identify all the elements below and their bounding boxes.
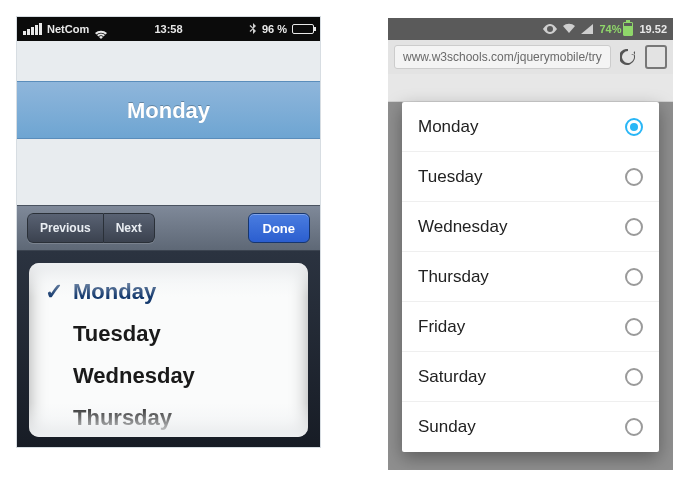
picker-item-selected[interactable]: ✓Monday — [45, 271, 292, 313]
battery-icon — [623, 22, 633, 36]
option-label: Monday — [418, 117, 478, 137]
url-input[interactable]: www.w3schools.com/jquerymobile/try — [394, 45, 611, 69]
option-label: Sunday — [418, 417, 476, 437]
radio-icon — [625, 318, 643, 336]
browser-toolbar: www.w3schools.com/jquerymobile/try — [388, 40, 673, 74]
signal-icon — [581, 24, 593, 34]
dialog-option[interactable]: Tuesday — [402, 152, 659, 202]
dialog-option[interactable]: Friday — [402, 302, 659, 352]
previous-button[interactable]: Previous — [27, 213, 104, 243]
radio-selected-icon — [625, 118, 643, 136]
select-current-value[interactable]: Monday — [17, 81, 320, 139]
picker-item[interactable]: Tuesday — [45, 313, 292, 355]
checkmark-icon: ✓ — [45, 279, 63, 304]
status-time: 13:58 — [17, 23, 320, 35]
url-text: www.w3schools.com/jquerymobile/try — [403, 50, 602, 64]
wifi-icon — [563, 23, 575, 35]
status-time: 19.52 — [639, 23, 667, 35]
dialog-option[interactable]: Monday — [402, 102, 659, 152]
option-label: Saturday — [418, 367, 486, 387]
option-label: Friday — [418, 317, 465, 337]
keyboard-accessory-bar: Previous Next Done — [17, 205, 320, 251]
next-button[interactable]: Next — [104, 213, 155, 243]
android-status-bar: 74% 19.52 — [388, 18, 673, 40]
option-label: Thursday — [418, 267, 489, 287]
radio-icon — [625, 168, 643, 186]
option-label: Wednesday — [418, 217, 507, 237]
radio-icon — [625, 268, 643, 286]
ios-status-bar: NetCom 13:58 96 % — [17, 17, 320, 41]
picker-wheel[interactable]: ✓Monday Tuesday Wednesday Thursday — [29, 263, 308, 437]
picker-item-label: Monday — [73, 279, 156, 304]
android-device: 74% 19.52 www.w3schools.com/jquerymobile… — [388, 18, 673, 470]
dialog-option[interactable]: Sunday — [402, 402, 659, 452]
radio-icon — [625, 418, 643, 436]
picker-item[interactable]: Thursday — [45, 397, 292, 437]
radio-icon — [625, 218, 643, 236]
reload-button[interactable] — [617, 45, 639, 69]
prev-next-segment: Previous Next — [27, 213, 155, 243]
battery-indicator: 74% — [599, 22, 633, 36]
ios-device: NetCom 13:58 96 % Monday Previous Next D… — [16, 16, 321, 448]
radio-icon — [625, 368, 643, 386]
dialog-option[interactable]: Thursday — [402, 252, 659, 302]
select-dialog: Monday Tuesday Wednesday Thursday Friday… — [402, 102, 659, 452]
dialog-option[interactable]: Wednesday — [402, 202, 659, 252]
battery-pct: 74% — [599, 23, 621, 35]
smart-stay-icon — [543, 24, 557, 34]
dialog-option[interactable]: Saturday — [402, 352, 659, 402]
done-button[interactable]: Done — [248, 213, 311, 243]
picker-wheel-container: ✓Monday Tuesday Wednesday Thursday — [17, 251, 320, 448]
page-header-strip — [388, 74, 673, 102]
option-label: Tuesday — [418, 167, 483, 187]
picker-item[interactable]: Wednesday — [45, 355, 292, 397]
tabs-button[interactable] — [645, 45, 667, 69]
battery-icon — [292, 24, 314, 34]
